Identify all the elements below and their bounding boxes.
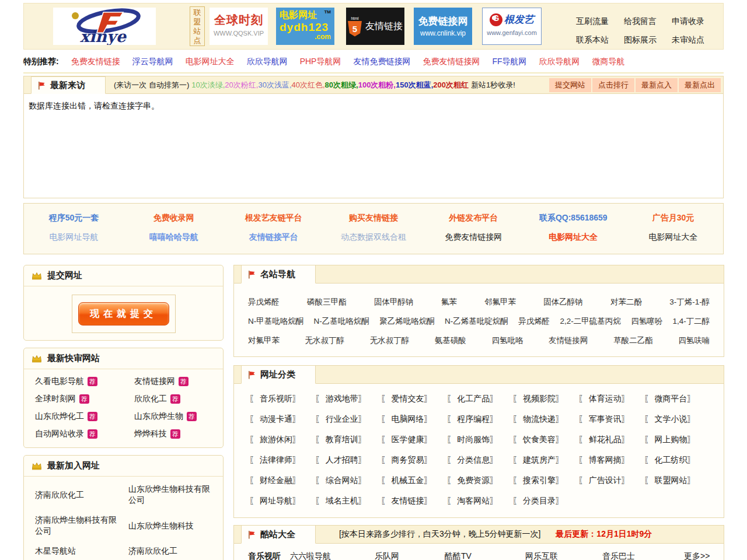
- category-link[interactable]: 〖 域名主机〗: [315, 496, 381, 506]
- promo-link[interactable]: 友情链接平台: [224, 232, 323, 243]
- banner-cnlink[interactable]: 免费链接网 www.cnlink.vip: [414, 8, 472, 45]
- category-link[interactable]: 〖 鲜花礼品〗: [578, 435, 644, 445]
- category-link[interactable]: 〖 免费资源〗: [446, 475, 512, 486]
- famous-site-link[interactable]: 四氢噻吩: [631, 316, 662, 327]
- category-link[interactable]: 〖 旅游休闲〗: [249, 435, 315, 445]
- recommend-link[interactable]: 浮云导航网: [132, 57, 173, 67]
- more-link[interactable]: 更多>>: [684, 551, 710, 560]
- category-link[interactable]: 〖 音乐视听〗: [249, 394, 315, 404]
- recommend-link[interactable]: 微商导航: [592, 57, 625, 67]
- promo-link[interactable]: 程序50元一套: [24, 213, 124, 223]
- category-link[interactable]: 〖 商务贸易〗: [381, 455, 447, 466]
- recommend-link[interactable]: 友情免费链接网: [353, 57, 410, 67]
- banner-dydh123[interactable]: 电影网址TM dydh123 .com: [276, 8, 334, 45]
- promo-link[interactable]: 广告月30元: [623, 213, 723, 223]
- latest-added-item[interactable]: 济南欣欣化工: [128, 545, 215, 556]
- fast-review-item[interactable]: 久看电影导航 荐: [35, 376, 134, 387]
- recommend-link[interactable]: 欣欣导航网: [539, 57, 580, 67]
- category-link[interactable]: 〖 行业企业〗: [315, 414, 381, 425]
- tab-famous-sites[interactable]: 名站导航: [241, 265, 316, 284]
- famous-site-link[interactable]: 聚乙烯吡咯烷酮: [379, 316, 435, 327]
- promo-link[interactable]: 电影网址大全: [523, 232, 623, 243]
- category-link[interactable]: 〖 网上购物〗: [644, 435, 710, 445]
- promo-link[interactable]: 外链发布平台: [424, 213, 523, 223]
- cool-site-link[interactable]: 乐队网: [375, 551, 445, 560]
- category-link[interactable]: 〖 化工纺织〗: [644, 455, 710, 466]
- famous-site-link[interactable]: 无水叔丁醇: [370, 335, 410, 346]
- category-link[interactable]: 〖 游戏地带〗: [315, 394, 381, 404]
- famous-site-link[interactable]: 氨基磺酸: [435, 335, 466, 346]
- famous-site-link[interactable]: 1,4-丁二醇: [673, 316, 710, 327]
- category-link[interactable]: 〖 军事资讯〗: [578, 414, 644, 425]
- famous-site-link[interactable]: 四氢呋喃: [678, 335, 710, 346]
- header-link[interactable]: 联系本站: [576, 35, 609, 46]
- fast-review-item[interactable]: 欣欣化工 荐: [134, 394, 218, 404]
- category-link[interactable]: 〖 联盟网站〗: [644, 475, 710, 486]
- category-link[interactable]: 〖 友情链接〗: [381, 496, 447, 506]
- category-link[interactable]: 〖 财经金融〗: [249, 475, 315, 486]
- header-link[interactable]: 互刷流量: [576, 16, 609, 27]
- category-link[interactable]: 〖 动漫卡通〗: [249, 414, 315, 425]
- famous-site-link[interactable]: 草酸二乙酯: [613, 335, 653, 346]
- promo-link[interactable]: 免费收录网: [124, 213, 224, 223]
- site-logo[interactable]: xinye: [53, 8, 156, 45]
- banner-html5-links[interactable]: html 5 友情链接: [346, 8, 404, 45]
- latest-added-item[interactable]: 木星导航站: [35, 545, 124, 556]
- latest-added-item[interactable]: 山东欣烨生物科技有限公司: [128, 484, 215, 506]
- category-link[interactable]: 〖 医学健康〗: [381, 435, 447, 445]
- category-link[interactable]: 〖 爱情交友〗: [381, 394, 447, 404]
- latest-added-item[interactable]: 济南欣欣化工: [35, 489, 124, 501]
- famous-site-link[interactable]: 氟苯: [441, 297, 457, 307]
- category-link[interactable]: 〖 综合网站〗: [315, 475, 381, 486]
- famous-site-link[interactable]: 2,2-二甲硫基丙烷: [560, 316, 621, 327]
- category-link[interactable]: 〖 分类目录〗: [512, 496, 578, 506]
- famous-site-link[interactable]: 对苯二酚: [610, 297, 642, 307]
- fast-review-item[interactable]: 全球时刻网 荐: [35, 394, 134, 404]
- famous-site-link[interactable]: N-乙基吡咯烷酮: [314, 316, 369, 327]
- famous-site-link[interactable]: 友情链接网: [549, 335, 588, 346]
- recommend-link[interactable]: 欣欣导航网: [247, 57, 288, 67]
- famous-site-link[interactable]: 对氟甲苯: [248, 335, 280, 346]
- recommend-link[interactable]: PHP导航网: [300, 57, 341, 67]
- category-link[interactable]: 〖 分类信息〗: [446, 455, 512, 466]
- tab-categories[interactable]: 网址分类: [241, 365, 316, 384]
- promo-link[interactable]: 免费友情链接网: [424, 232, 523, 243]
- latest-added-item[interactable]: 山东欣烨生物科技: [128, 520, 215, 531]
- famous-site-link[interactable]: 固体乙醇钠: [543, 297, 583, 307]
- recommend-link[interactable]: 免费友情链接网: [423, 57, 480, 67]
- category-link[interactable]: 〖 人才招聘〗: [315, 455, 381, 466]
- recommend-link[interactable]: 电影网址大全: [186, 57, 235, 67]
- category-link[interactable]: 〖 物流快递〗: [512, 414, 578, 425]
- cool-site-link[interactable]: 网乐互联: [525, 551, 602, 560]
- category-link[interactable]: 〖 法律律师〗: [249, 455, 315, 466]
- category-link[interactable]: 〖 建筑房产〗: [512, 455, 578, 466]
- category-link[interactable]: 〖 体育运动〗: [578, 394, 644, 404]
- category-link[interactable]: 〖 程序编程〗: [446, 414, 512, 425]
- fast-review-item[interactable]: 山东欣烨生物 荐: [134, 411, 218, 422]
- latest-added-item[interactable]: 济南欣烨生物科技有限公司: [35, 514, 124, 537]
- promo-link[interactable]: 动态数据双线合租: [323, 232, 423, 243]
- category-link[interactable]: 〖 视频影院〗: [512, 394, 578, 404]
- category-link[interactable]: 〖 时尚服饰〗: [446, 435, 512, 445]
- visitors-button[interactable]: 提交网站: [549, 78, 591, 92]
- famous-site-link[interactable]: 四氢吡咯: [491, 335, 523, 346]
- category-link[interactable]: 〖 教育培训〗: [315, 435, 381, 445]
- category-link[interactable]: 〖 文学小说〗: [644, 414, 710, 425]
- cool-site-link[interactable]: 酷酷TV: [445, 551, 525, 560]
- submit-now-button[interactable]: 现在就提交: [78, 302, 169, 326]
- famous-site-link[interactable]: N-乙烯基吡啶烷酮: [445, 316, 508, 327]
- category-link[interactable]: 〖 博客网摘〗: [578, 455, 644, 466]
- promo-link[interactable]: 嘻嘻哈哈导航: [124, 232, 224, 243]
- fast-review-item[interactable]: 友情链接网 荐: [134, 376, 218, 387]
- banner-genfayi[interactable]: G 根发艺 www.genfayi.com: [482, 8, 542, 45]
- famous-site-link[interactable]: 磷酸三甲酯: [307, 297, 347, 307]
- category-link[interactable]: 〖 广告设计〗: [578, 475, 644, 486]
- fast-review-item[interactable]: 山东欣烨化工 荐: [35, 411, 134, 422]
- visitors-button[interactable]: 最新点入: [636, 78, 678, 92]
- header-link[interactable]: 给我留言: [624, 16, 657, 27]
- promo-link[interactable]: 电影网址导航: [24, 232, 124, 243]
- category-link[interactable]: 〖 电脑网络〗: [381, 414, 447, 425]
- famous-site-link[interactable]: 3-丁烯-1-醇: [669, 297, 710, 307]
- category-link[interactable]: 〖 淘客网站〗: [446, 496, 512, 506]
- header-link[interactable]: 申请收录: [672, 16, 704, 27]
